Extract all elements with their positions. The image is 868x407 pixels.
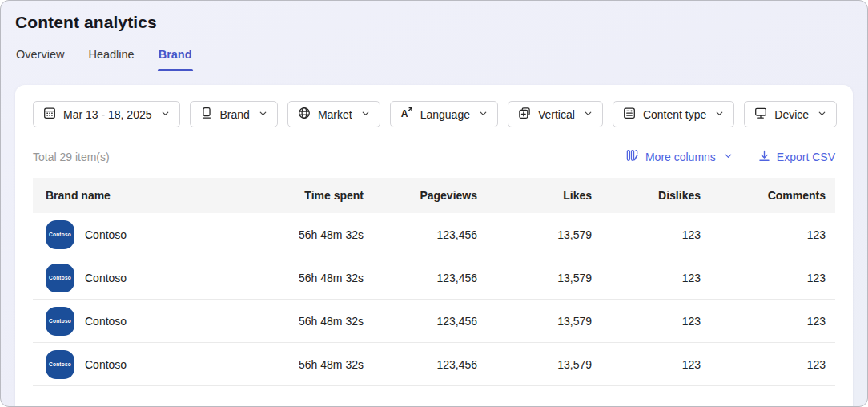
dislikes-value: 123 — [601, 228, 710, 241]
more-columns-label: More columns — [645, 151, 716, 163]
pageviews-value: 123,456 — [373, 358, 487, 371]
market-filter-label: Market — [318, 108, 352, 121]
add-square-multiple-icon — [517, 106, 532, 123]
export-csv-label: Export CSV — [777, 151, 835, 163]
brand-name-cell: Contoso Contoso — [33, 264, 245, 292]
content-card: Mar 13 - 18, 2025 Brand — [15, 85, 853, 407]
dislikes-value: 123 — [601, 358, 710, 371]
export-csv-button[interactable]: Export CSV — [757, 149, 835, 165]
table-row[interactable]: Contoso Contoso 56h 48m 32s 123,456 13,5… — [33, 300, 835, 343]
column-header-brand-name[interactable]: Brand name — [33, 189, 245, 202]
language-filter-label: Language — [420, 108, 470, 121]
content-type-filter[interactable]: Content type — [613, 101, 734, 127]
language-filter[interactable]: A Language — [390, 101, 498, 127]
time-spent-value: 56h 48m 32s — [245, 272, 373, 284]
likes-value: 13,579 — [487, 272, 601, 284]
table-row[interactable]: Contoso Contoso 56h 48m 32s 123,456 13,5… — [33, 213, 835, 256]
date-range-label: Mar 13 - 18, 2025 — [63, 108, 152, 121]
content-type-filter-label: Content type — [643, 108, 706, 121]
table-toolbar: Total 29 item(s) More columns — [33, 148, 835, 165]
market-filter[interactable]: Market — [287, 101, 380, 127]
table-row[interactable]: Contoso Contoso 56h 48m 32s 123,456 13,5… — [33, 256, 835, 300]
comments-value: 123 — [710, 228, 835, 241]
page-title: Content analytics — [1, 1, 867, 32]
more-columns-button[interactable]: More columns — [625, 148, 733, 165]
device-icon — [753, 106, 768, 123]
brand-name: Contoso — [85, 272, 127, 284]
chevron-down-icon — [723, 151, 733, 163]
brand-name-cell: Contoso Contoso — [33, 350, 245, 379]
vertical-filter-label: Vertical — [538, 108, 575, 121]
content-type-icon — [622, 106, 637, 123]
pageviews-value: 123,456 — [373, 315, 487, 328]
brand-name-cell: Contoso Contoso — [33, 307, 245, 336]
brand-avatar: Contoso — [46, 350, 74, 379]
brand-name-cell: Contoso Contoso — [33, 220, 245, 249]
chevron-down-icon — [160, 108, 171, 121]
chevron-down-icon — [478, 108, 488, 121]
column-header-pageviews[interactable]: Pageviews — [373, 189, 487, 202]
brand-icon — [199, 106, 214, 123]
brand-name: Contoso — [85, 358, 127, 371]
column-header-likes[interactable]: Likes — [487, 189, 601, 202]
tab-headline[interactable]: Headline — [87, 46, 135, 71]
tab-overview[interactable]: Overview — [15, 46, 65, 71]
column-header-dislikes[interactable]: Dislikes — [601, 189, 710, 202]
brand-name: Contoso — [85, 315, 127, 328]
time-spent-value: 56h 48m 32s — [245, 358, 373, 371]
table-header-row: Brand name Time spent Pageviews Likes Di… — [33, 178, 835, 213]
toolbar-actions: More columns Export CSV — [625, 148, 835, 165]
comments-value: 123 — [710, 315, 835, 328]
calendar-icon — [42, 106, 57, 123]
brand-avatar: Contoso — [46, 307, 74, 336]
time-spent-value: 56h 48m 32s — [245, 315, 373, 328]
device-filter-label: Device — [774, 108, 809, 121]
download-icon — [757, 149, 771, 165]
column-header-comments[interactable]: Comments — [710, 189, 835, 202]
chevron-down-icon — [583, 108, 593, 121]
comments-value: 123 — [710, 358, 835, 371]
brand-name: Contoso — [85, 228, 127, 241]
pageviews-value: 123,456 — [373, 228, 487, 241]
brand-analytics-table: Brand name Time spent Pageviews Likes Di… — [33, 178, 835, 386]
likes-value: 13,579 — [487, 315, 601, 328]
brand-avatar: Contoso — [46, 264, 74, 292]
date-range-filter[interactable]: Mar 13 - 18, 2025 — [33, 101, 180, 127]
tab-brand[interactable]: Brand — [158, 46, 193, 71]
translate-icon: A — [400, 106, 414, 123]
chevron-down-icon — [817, 108, 827, 121]
pageviews-value: 123,456 — [373, 272, 487, 284]
device-filter[interactable]: Device — [744, 101, 837, 127]
chevron-down-icon — [360, 108, 371, 121]
likes-value: 13,579 — [487, 228, 601, 241]
table-row[interactable]: Contoso Contoso 56h 48m 32s 123,456 13,5… — [33, 343, 835, 386]
filter-bar: Mar 13 - 18, 2025 Brand — [33, 101, 835, 127]
chevron-down-icon — [714, 108, 725, 121]
app-window: Content analytics Overview Headline Bran… — [0, 0, 868, 407]
column-edit-icon — [625, 148, 640, 165]
dislikes-value: 123 — [601, 272, 710, 284]
chevron-down-icon — [258, 108, 268, 121]
globe-icon — [297, 106, 311, 123]
vertical-filter[interactable]: Vertical — [508, 101, 603, 127]
column-header-time-spent[interactable]: Time spent — [245, 189, 373, 202]
time-spent-value: 56h 48m 32s — [245, 228, 373, 241]
svg-text:A: A — [400, 108, 408, 119]
tab-bar: Overview Headline Brand — [1, 46, 867, 71]
dislikes-value: 123 — [601, 315, 710, 328]
total-items-text: Total 29 item(s) — [33, 151, 110, 163]
brand-avatar: Contoso — [46, 220, 74, 249]
brand-filter-label: Brand — [220, 108, 250, 121]
comments-value: 123 — [710, 272, 835, 284]
likes-value: 13,579 — [487, 358, 601, 371]
brand-filter[interactable]: Brand — [190, 101, 278, 127]
